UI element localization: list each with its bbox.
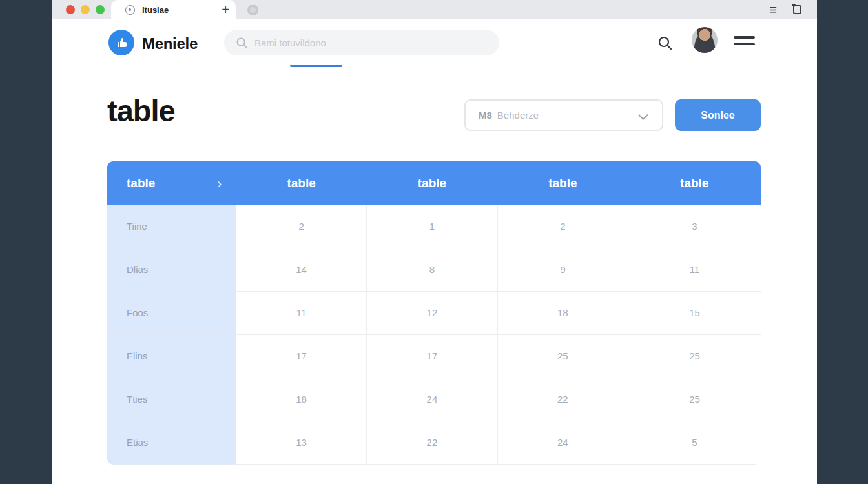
brand-name: Meniele [142,35,198,53]
table-cell: 17 [367,334,497,378]
thumbs-up-icon [114,35,129,50]
chevron-down-icon [636,110,650,124]
browser-tab-strip: Ituslae + ≡ [52,0,817,19]
user-avatar[interactable] [692,27,718,53]
table-cell: 11 [236,291,366,334]
table-cell: 2 [497,205,628,248]
browser-windows-icon-box [793,5,801,14]
table-header-cell[interactable]: table [628,161,761,205]
table-row: Dlias 14 8 9 11 [107,248,761,291]
table-row: Elins 17 17 25 25 [107,334,761,378]
app-header: Meniele [52,19,817,66]
hamburger-bar [734,43,755,46]
table-row: Tiine 2 1 2 3 [107,205,761,248]
table-cell: 25 [497,334,628,378]
browser-menu-icon[interactable]: ≡ [765,1,781,18]
table-header-cell[interactable]: table [497,161,628,205]
table-cell: 13 [236,421,366,464]
table-cell: 9 [497,248,628,291]
chevron-right-icon: › [217,176,222,192]
table-cell: 3 [628,205,761,248]
filter-dropdown[interactable]: M8 Behderze [464,99,663,131]
table-cell: 1 [367,205,497,248]
browser-window: Ituslae + ≡ Meniele [52,0,817,484]
row-label: Tiine [107,205,236,248]
table-cell: 24 [367,378,497,421]
row-label: Foos [107,291,236,334]
close-window-button[interactable] [66,5,75,14]
inactive-tab-favicon-icon[interactable] [247,5,258,15]
header-search-button[interactable] [657,35,673,51]
row-label: Dlias [107,248,236,291]
table-cell: 8 [367,248,497,291]
new-tab-button[interactable]: + [216,1,234,19]
browser-windows-icon[interactable] [792,4,802,15]
brand-logo[interactable] [108,30,134,55]
table-row: Tties 18 24 22 25 [107,378,761,421]
table-cell: 5 [628,421,761,464]
primary-action-button[interactable]: Sonlee [675,99,761,131]
tab-title: Ituslae [142,5,169,15]
search-bar [224,30,499,55]
table-header-label: table [127,176,155,190]
table-header-cell[interactable]: table › [107,161,236,205]
table-cell: 17 [236,334,366,378]
table-cell: 25 [628,378,761,421]
row-label: Elins [107,334,236,378]
table-cell: 2 [236,205,366,248]
page-title: table [107,93,175,128]
row-label: Tties [107,378,236,421]
table-header-cell[interactable]: table [367,161,497,205]
search-icon [236,37,248,49]
tab-favicon-icon [125,5,135,15]
table-cell: 11 [628,248,761,291]
search-icon [657,35,673,51]
hamburger-menu-icon[interactable] [734,36,755,50]
zoom-window-button[interactable] [96,5,105,14]
table-cell: 25 [628,334,761,378]
filter-dropdown-value: Behderze [497,110,539,121]
hamburger-bar [734,36,755,39]
table-cell: 12 [367,291,497,334]
table-cell: 15 [628,291,761,334]
filter-dropdown-prefix: M8 [479,110,492,121]
search-input[interactable] [254,37,474,48]
table-header-row: table › table table table table [107,161,761,205]
minimize-window-button[interactable] [81,5,90,14]
traffic-lights [66,5,105,14]
table-row: Etias 13 22 24 5 [107,421,761,464]
row-label: Etias [107,421,236,464]
table-cell: 22 [367,421,497,464]
table-cell: 14 [236,248,366,291]
table-cell: 18 [497,291,628,334]
data-table: table › table table table table Tiine 2 … [107,161,761,465]
table-cell: 24 [497,421,628,464]
table-cell: 18 [236,378,366,421]
active-tab-indicator [290,65,342,67]
table-row: Foos 11 12 18 15 [107,291,761,334]
table-cell: 22 [497,378,628,421]
table-header-cell[interactable]: table [236,161,366,205]
